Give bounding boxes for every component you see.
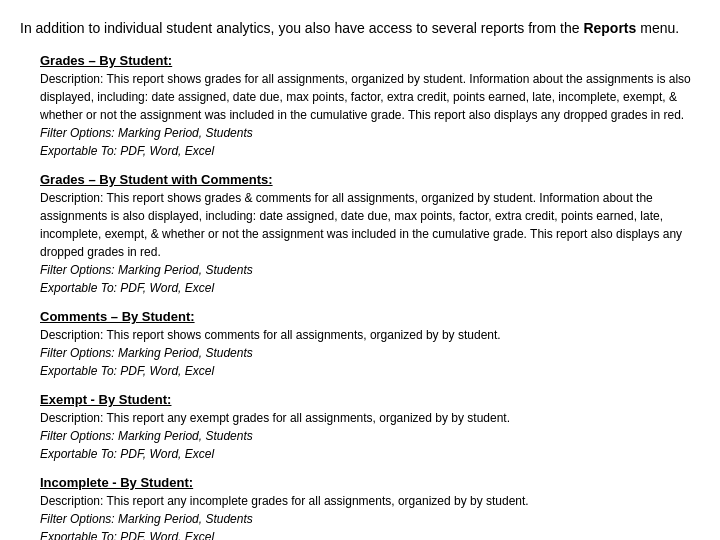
section-export-exempt-by-student: Exportable To: PDF, Word, Excel (40, 445, 700, 463)
intro-text-after: menu. (636, 20, 679, 36)
section-export-comments-by-student: Exportable To: PDF, Word, Excel (40, 362, 700, 380)
sections-container: Grades – By Student:Description: This re… (20, 53, 700, 540)
section-grades-by-student-with-comments: Grades – By Student with Comments:Descri… (40, 172, 700, 297)
section-filter-grades-by-student: Filter Options: Marking Period, Students (40, 124, 700, 142)
section-export-grades-by-student-with-comments: Exportable To: PDF, Word, Excel (40, 279, 700, 297)
section-incomplete-by-student: Incomplete - By Student:Description: Thi… (40, 475, 700, 540)
section-description-exempt-by-student: Description: This report any exempt grad… (40, 409, 700, 427)
intro-paragraph: In addition to individual student analyt… (20, 18, 700, 39)
section-body-exempt-by-student: Description: This report any exempt grad… (40, 409, 700, 463)
section-title-exempt-by-student: Exempt - By Student: (40, 392, 700, 407)
section-filter-incomplete-by-student: Filter Options: Marking Period, Students (40, 510, 700, 528)
intro-bold-word: Reports (583, 20, 636, 36)
section-body-incomplete-by-student: Description: This report any incomplete … (40, 492, 700, 540)
section-filter-grades-by-student-with-comments: Filter Options: Marking Period, Students (40, 261, 700, 279)
section-title-grades-by-student: Grades – By Student: (40, 53, 700, 68)
section-grades-by-student: Grades – By Student:Description: This re… (40, 53, 700, 160)
section-title-incomplete-by-student: Incomplete - By Student: (40, 475, 700, 490)
section-description-comments-by-student: Description: This report shows comments … (40, 326, 700, 344)
section-body-comments-by-student: Description: This report shows comments … (40, 326, 700, 380)
section-title-comments-by-student: Comments – By Student: (40, 309, 700, 324)
section-description-grades-by-student: Description: This report shows grades fo… (40, 70, 700, 124)
intro-text-before: In addition to individual student analyt… (20, 20, 583, 36)
section-description-incomplete-by-student: Description: This report any incomplete … (40, 492, 700, 510)
section-filter-comments-by-student: Filter Options: Marking Period, Students (40, 344, 700, 362)
section-filter-exempt-by-student: Filter Options: Marking Period, Students (40, 427, 700, 445)
section-export-grades-by-student: Exportable To: PDF, Word, Excel (40, 142, 700, 160)
section-title-grades-by-student-with-comments: Grades – By Student with Comments: (40, 172, 700, 187)
section-export-incomplete-by-student: Exportable To: PDF, Word, Excel (40, 528, 700, 540)
section-body-grades-by-student: Description: This report shows grades fo… (40, 70, 700, 160)
section-exempt-by-student: Exempt - By Student:Description: This re… (40, 392, 700, 463)
section-comments-by-student: Comments – By Student:Description: This … (40, 309, 700, 380)
section-description-grades-by-student-with-comments: Description: This report shows grades & … (40, 189, 700, 261)
section-body-grades-by-student-with-comments: Description: This report shows grades & … (40, 189, 700, 297)
